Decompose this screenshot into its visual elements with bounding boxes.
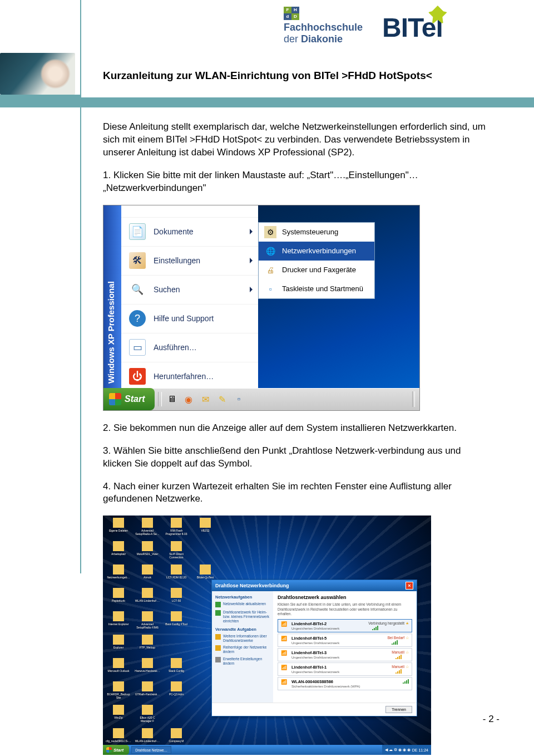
file-icon bbox=[113, 635, 124, 645]
desktop-icon[interactable]: V82S2 bbox=[192, 518, 219, 539]
desktop-icon[interactable]: BOARDR_Backup Site bbox=[105, 681, 132, 703]
desktop-icon-label: Microsoft Outlook bbox=[108, 669, 130, 672]
desktop-icon[interactable]: Netzwerkumgeb… bbox=[105, 564, 132, 586]
desktop-icon[interactable]: Hanwve-Hardwisk… bbox=[134, 658, 161, 679]
menu-run[interactable]: ▭ Ausführen… bbox=[121, 333, 258, 362]
dialog-titlebar[interactable]: Drahtlose Netzwerkverbindung × bbox=[212, 580, 417, 591]
desktop-icon-label: BOARDR_Backup Site bbox=[105, 693, 132, 699]
network-item[interactable]: 📶Lindenhof-BITel-5Ungesichertes Drahtlos… bbox=[278, 634, 412, 647]
network-item[interactable]: 📶Lindenhof-BITel-1Ungesichertes Drahtlos… bbox=[278, 662, 412, 676]
network-name: Lindenhof-BITel-3 bbox=[291, 650, 389, 655]
desktop-icon[interactable]: Advanced SetupRadio-A Se… bbox=[134, 518, 161, 539]
sub-network-connections[interactable]: 🌐 Netzwerkverbindungen bbox=[259, 242, 374, 261]
file-icon bbox=[142, 635, 153, 645]
desktop-icon[interactable]: Eigene Dateien bbox=[105, 518, 132, 539]
menu-search[interactable]: 🔍 Suchen bbox=[121, 276, 258, 305]
desktop-icon-label: Explorer bbox=[113, 646, 124, 649]
network-list: 📶Lindenhof-BITel-2Ungesichertes Drahtlos… bbox=[278, 619, 412, 690]
desktop-icon[interactable]: Internet Explorer bbox=[105, 611, 132, 632]
sub-control-panel[interactable]: ⚙ Systemsteuerung bbox=[259, 223, 374, 242]
desktop-icon[interactable]: Aimok bbox=[134, 564, 161, 586]
printer-icon: 🖨 bbox=[264, 264, 276, 276]
desktop-icon[interactable]: Slack Config bbox=[163, 658, 190, 679]
desktop-icon-label: Slack Config bbox=[169, 669, 184, 672]
desktop-icon-label: cfg_node0901CS-… bbox=[106, 739, 131, 743]
desktop-icon[interactable] bbox=[192, 541, 219, 562]
page-title: Kurzanleitung zur WLAN-Einrichtung von B… bbox=[103, 70, 492, 82]
desktop-icon-label: WLAN-Lindenhof-… bbox=[135, 739, 160, 743]
desktop-icon[interactable]: Advanced SetupRadio-XIM6 bbox=[134, 611, 161, 632]
taskbar-icon: ▫ bbox=[264, 283, 276, 295]
task-setup-home[interactable]: Drahtlosnetzwerk für Heim- bzw. kleines … bbox=[215, 610, 270, 623]
desktop-icon[interactable]: WinZip bbox=[105, 705, 132, 726]
connect-button[interactable]: Trennen bbox=[385, 706, 412, 713]
file-icon bbox=[113, 611, 124, 621]
desktop-icon-label: PC-Q3 Adm bbox=[169, 693, 184, 696]
menu-settings[interactable]: 🛠 Einstellungen bbox=[121, 247, 258, 276]
task-more-info[interactable]: Weitere Informationen über Drahtlosnetzw… bbox=[215, 634, 270, 643]
desktop-icon[interactable]: Microsoft Outlook bbox=[105, 658, 132, 679]
task-refresh[interactable]: Netzwerkliste aktualisieren bbox=[215, 602, 270, 607]
desktop-icon[interactable]: LCT-50 bbox=[163, 588, 190, 609]
desktop-icon[interactable]: SLIP-Direct Connection bbox=[163, 541, 190, 562]
desktop-icon[interactable]: Papierkorb bbox=[105, 588, 132, 609]
desktop-icon[interactable]: LCT-XDM 82.20 bbox=[163, 564, 190, 586]
start-button[interactable]: Start bbox=[103, 388, 155, 410]
intro-paragraph: Diese Anleitung stellt exemplarisch dar,… bbox=[103, 121, 492, 159]
desktop-icon[interactable]: Explorer bbox=[105, 635, 132, 656]
menu-shutdown[interactable]: ⏻ Herunterfahren… bbox=[121, 362, 258, 391]
desktop-icon-label: Papierkorb bbox=[112, 599, 125, 602]
step-3: 3. Wählen Sie bitte anschließend den Pun… bbox=[103, 445, 492, 470]
signal-icon: 📶 bbox=[281, 636, 289, 644]
menu-programs-truncated[interactable] bbox=[121, 205, 258, 218]
file-icon bbox=[113, 705, 124, 715]
desktop-icon[interactable]: MotoRSD1_Vwer bbox=[134, 541, 161, 562]
desktop-icon-label: MotoRSD1_Vwer bbox=[137, 552, 159, 556]
help-icon: ? bbox=[129, 310, 146, 327]
quick-mail-icon[interactable]: ✉ bbox=[199, 392, 212, 406]
desktop-icon[interactable]: Arbeitsplatz bbox=[105, 541, 132, 562]
file-icon bbox=[113, 541, 124, 551]
desktop-icon[interactable]: WLAN-Lindenhof-… bbox=[134, 588, 161, 609]
header-photo bbox=[0, 53, 75, 95]
file-icon bbox=[142, 728, 153, 738]
task-advanced[interactable]: Erweiterte Einstellungen ändern bbox=[215, 657, 270, 666]
start-button[interactable]: Start bbox=[103, 745, 129, 755]
dialog-heading: Drahtlosnetzwerk auswählen bbox=[278, 595, 412, 600]
desktop-icon[interactable]: XIM Flash Programmer 8.03 bbox=[163, 518, 190, 539]
menu-documents[interactable]: 📄 Dokumente bbox=[121, 218, 258, 247]
desktop-icon[interactable]: GTRath-Hardwisk… bbox=[134, 681, 161, 703]
favorite-star-icon: ★ bbox=[406, 621, 409, 626]
file-icon bbox=[142, 705, 153, 715]
close-icon[interactable]: × bbox=[406, 582, 413, 590]
quick-paint-icon[interactable]: ✎ bbox=[215, 392, 229, 406]
sub-taskbar[interactable]: ▫ Taskleiste und Startmenü bbox=[259, 279, 374, 298]
quick-firefox-icon[interactable]: ◉ bbox=[182, 392, 195, 406]
file-icon bbox=[113, 588, 124, 598]
network-item[interactable]: 📶Lindenhof-BITel-2Ungesichertes Drahtlos… bbox=[278, 619, 412, 632]
system-tray[interactable]: ◀ ☁ ⚙ ◉ ◉ ◉ DE 11:24 bbox=[382, 745, 431, 755]
quick-desktop-icon[interactable]: 🖥 bbox=[165, 392, 179, 406]
desktop-icon-label: Advanced SetupRadio-A Se… bbox=[134, 529, 161, 536]
desktop-icon[interactable] bbox=[163, 635, 190, 656]
network-name: Lindenhof-BITel-2 bbox=[291, 621, 365, 626]
task-order[interactable]: Reihenfolge der Netzwerke ändern bbox=[215, 645, 270, 654]
network-item[interactable]: 📶Lindenhof-BITel-3Ungesichertes Drahtlos… bbox=[278, 648, 412, 661]
shutdown-icon: ⏻ bbox=[129, 368, 146, 385]
desktop-icon[interactable]: Boot Config FTool bbox=[163, 611, 190, 632]
step-2: 2. Sie bekommen nun die Anzeige aller au… bbox=[103, 422, 492, 435]
sub-printers[interactable]: 🖨 Drucker und Faxgeräte bbox=[259, 261, 374, 279]
menu-label: Suchen bbox=[154, 285, 180, 294]
desktop-icon[interactable]: FTP_Webop bbox=[134, 635, 161, 656]
file-icon bbox=[171, 658, 182, 668]
taskbar-item[interactable]: Drahtlose Netzwe… bbox=[131, 746, 171, 754]
signal-icon: 📶 bbox=[281, 650, 289, 658]
menu-help[interactable]: ? Hilfe und Support bbox=[121, 305, 258, 333]
desktop-icon[interactable] bbox=[163, 705, 190, 726]
favorite-star-icon: ☆ bbox=[406, 665, 409, 669]
desktop-icon[interactable]: PC-Q3 Adm bbox=[163, 681, 190, 703]
desktop-icon[interactable]: Elkov A20 C Manager F bbox=[134, 705, 161, 726]
quick-app-icon[interactable]: ▫ bbox=[232, 392, 245, 406]
network-item[interactable]: 📶WLAN-000400388586Sicherheitsaktiviertes… bbox=[278, 677, 412, 690]
file-icon bbox=[142, 658, 153, 668]
